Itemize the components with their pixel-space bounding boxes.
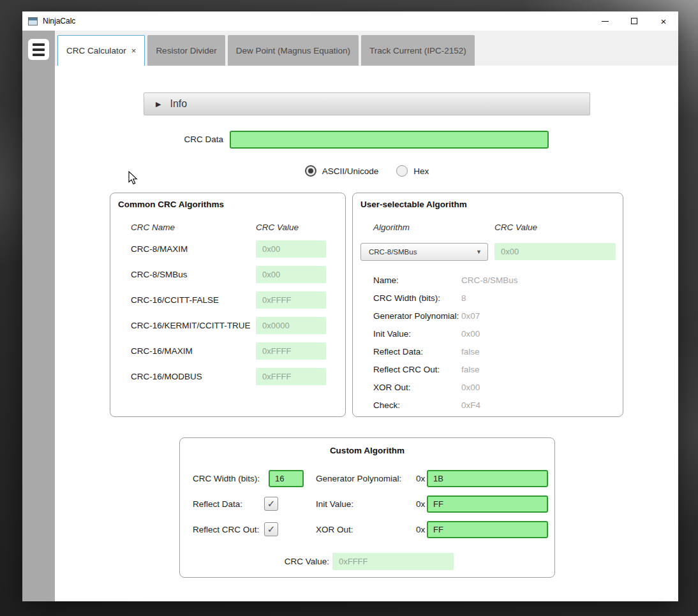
info-expander[interactable]: ▶ Info — [144, 92, 590, 115]
table-row: CRC-16/CCITT-FALSE 0xFFFF — [131, 287, 325, 312]
property-row: Reflect CRC Out: false — [373, 360, 615, 378]
table-row: CRC-8/MAXIM 0x00 — [131, 236, 325, 261]
panel-title: Common CRC Algorithms — [118, 200, 345, 209]
algorithm-select-row: CRC-8/SMBus ▼ — [360, 243, 488, 261]
table-row: CRC-16/MODBUS 0xFFFF — [131, 363, 325, 389]
crc-value-field: 0xFFFF — [256, 368, 326, 385]
main-area: CRC Calculator × Resistor Divider Dew Po… — [55, 31, 678, 601]
window-title: NinjaCalc — [43, 17, 75, 26]
radio-selected-icon — [305, 165, 316, 177]
sidebar — [22, 31, 55, 601]
property-row: Reflect Data: false — [373, 342, 615, 360]
expander-arrow-icon: ▶ — [156, 100, 161, 108]
radio-label: ASCII/Unicode — [322, 166, 379, 176]
crc-value-label: CRC Value: — [256, 553, 329, 570]
maximize-icon — [631, 18, 637, 24]
tab-dew-point[interactable]: Dew Point (Magnus Equation) — [228, 35, 359, 66]
radio-ascii-unicode[interactable]: ASCII/Unicode — [305, 165, 379, 177]
radio-unselected-icon — [396, 165, 408, 177]
xor-out-label: XOR Out: — [316, 521, 353, 538]
property-row: Init Value: 0x00 — [373, 325, 615, 342]
crc-value-field: 0x0000 — [256, 317, 326, 334]
property-row: Check: 0xF4 — [373, 396, 615, 414]
algorithm-dropdown[interactable]: CRC-8/SMBus ▼ — [360, 243, 488, 261]
close-button[interactable]: × — [649, 11, 678, 31]
init-value-label: Init Value: — [316, 495, 353, 513]
mouse-cursor — [128, 171, 140, 185]
reflect-crc-out-label: Reflect CRC Out: — [193, 521, 259, 538]
crc-value-field: 0xFFFF — [256, 291, 326, 309]
crc-value-field: 0x00 — [256, 266, 326, 283]
hamburger-icon — [33, 43, 45, 46]
table-row: CRC-8/SMBus 0x00 — [131, 261, 325, 287]
hex-prefix: 0x — [416, 521, 425, 538]
property-row: CRC Width (bits): 8 — [373, 289, 615, 307]
user-crc-value-field: 0x00 — [494, 243, 616, 260]
data-format-radio-group: ASCII/Unicode Hex — [144, 161, 590, 180]
crc-data-input[interactable] — [230, 131, 549, 149]
tab-track-current[interactable]: Track Current (IPC-2152) — [361, 35, 475, 66]
maximize-button[interactable] — [620, 11, 649, 31]
tab-label: CRC Calculator — [66, 46, 126, 55]
chevron-down-icon: ▼ — [476, 249, 482, 255]
tab-crc-calculator[interactable]: CRC Calculator × — [57, 35, 145, 66]
init-value-input[interactable] — [427, 495, 548, 513]
title-bar: NinjaCalc × — [22, 11, 678, 31]
info-label: Info — [170, 98, 187, 110]
minimize-icon — [602, 21, 609, 22]
custom-algorithm-panel: Custom Algorithm CRC Width (bits): Gener… — [179, 437, 555, 578]
property-row: Name: CRC-8/SMBus — [373, 271, 615, 289]
window-controls: × — [590, 11, 678, 31]
common-crc-algorithms-panel: Common CRC Algorithms CRC Name CRC Value… — [110, 193, 346, 417]
radio-label: Hex — [413, 166, 429, 176]
tab-close-icon[interactable]: × — [131, 46, 137, 55]
user-selectable-algorithm-panel: User-selectable Algorithm Algorithm CRC … — [352, 193, 623, 417]
generator-polynomial-label: Generator Polynomial: — [316, 470, 401, 487]
close-icon: × — [661, 17, 667, 26]
xor-out-input[interactable] — [427, 521, 548, 538]
check-icon: ✓ — [267, 498, 276, 510]
property-row: XOR Out: 0x00 — [373, 378, 615, 396]
panel-title: User-selectable Algorithm — [360, 200, 623, 209]
table-row: CRC-16/KERMIT/CCITT-TRUE 0x0000 — [131, 312, 325, 338]
property-row: Generator Polynomial: 0x07 — [373, 307, 615, 325]
app-icon — [28, 17, 38, 26]
custom-crc-value-field: 0xFFFF — [332, 553, 454, 570]
panel-title: Custom Algorithm — [180, 446, 554, 455]
menu-button[interactable] — [28, 39, 49, 60]
dropdown-value: CRC-8/SMBus — [369, 248, 417, 256]
hex-prefix: 0x — [416, 470, 425, 487]
table-header: Algorithm CRC Value — [373, 218, 623, 236]
desktop-background: NinjaCalc × CRC Calculator × — [0, 0, 698, 616]
crc-width-label: CRC Width (bits): — [193, 470, 260, 487]
algorithm-properties: Name: CRC-8/SMBus CRC Width (bits): 8 Ge… — [373, 271, 615, 414]
minimize-button[interactable] — [590, 11, 620, 31]
radio-hex[interactable]: Hex — [396, 165, 429, 177]
window-body: CRC Calculator × Resistor Divider Dew Po… — [22, 31, 678, 601]
hex-prefix: 0x — [416, 495, 425, 513]
table-header: CRC Name CRC Value — [131, 218, 325, 236]
reflect-data-label: Reflect Data: — [193, 495, 242, 513]
crc-width-input[interactable] — [269, 470, 304, 487]
crc-value-field: 0x00 — [256, 240, 326, 258]
crc-value-field: 0xFFFF — [256, 342, 326, 360]
common-crc-table: CRC Name CRC Value CRC-8/MAXIM 0x00 CRC-… — [131, 218, 325, 389]
table-row: CRC-16/MAXIM 0xFFFF — [131, 338, 325, 363]
crc-calculator-content: ▶ Info CRC Data ASCII/Unicode Hex — [55, 66, 678, 601]
generator-polynomial-input[interactable] — [427, 470, 548, 487]
reflect-crc-out-checkbox[interactable]: ✓ — [264, 522, 278, 536]
tab-bar: CRC Calculator × Resistor Divider Dew Po… — [55, 31, 678, 66]
reflect-data-checkbox[interactable]: ✓ — [264, 497, 278, 511]
check-icon: ✓ — [267, 524, 276, 535]
crc-data-label: CRC Data — [144, 131, 223, 149]
tab-resistor-divider[interactable]: Resistor Divider — [147, 35, 225, 66]
app-window: NinjaCalc × CRC Calculator × — [22, 11, 678, 601]
